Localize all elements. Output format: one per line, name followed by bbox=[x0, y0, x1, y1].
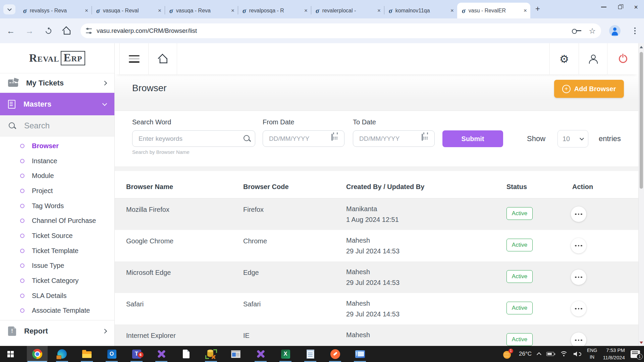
weather-widget[interactable]: 1 bbox=[503, 350, 513, 359]
tab-close-icon[interactable]: × bbox=[450, 8, 454, 13]
row-actions-button[interactable] bbox=[571, 238, 586, 253]
calendar-icon[interactable] bbox=[331, 134, 333, 140]
temperature-label[interactable]: 26°C bbox=[519, 351, 532, 357]
sidebar-item-issue-type[interactable]: Issue Type bbox=[0, 258, 114, 274]
bookmark-star-icon[interactable]: ☆ bbox=[589, 27, 596, 35]
cell-created-date: 29 Jul 2024 14:53 bbox=[346, 310, 399, 318]
taskbar-desktop-app[interactable] bbox=[225, 346, 246, 362]
scroll-up-arrow-icon[interactable] bbox=[640, 46, 643, 48]
hidden-icons-chevron[interactable] bbox=[537, 352, 541, 357]
status-badge[interactable]: Active bbox=[506, 333, 533, 346]
screen: σ revalsys - Reva × σ vasuqa - Reval × σ… bbox=[0, 0, 644, 362]
new-tab-button[interactable]: + bbox=[535, 5, 540, 13]
page-size-select[interactable]: 10 bbox=[557, 130, 588, 147]
reload-button[interactable] bbox=[42, 26, 54, 36]
calendar-icon[interactable] bbox=[422, 134, 423, 140]
back-button[interactable]: ← bbox=[5, 26, 17, 36]
url-text[interactable]: vasu.revalerp.com/CRM/Browser/list bbox=[97, 27, 197, 35]
notification-center-icon[interactable]: 1 bbox=[631, 350, 640, 358]
sidebar-item-masters[interactable]: Masters bbox=[0, 93, 114, 115]
site-info-icon[interactable] bbox=[86, 28, 92, 33]
taskbar-notepad[interactable] bbox=[300, 346, 321, 362]
page-scrollbar[interactable] bbox=[638, 43, 644, 346]
wifi-icon[interactable] bbox=[560, 351, 568, 357]
tab-close-icon[interactable]: × bbox=[85, 8, 88, 13]
sidebar-item-sla-details[interactable]: SLA Details bbox=[0, 288, 114, 303]
tab-close-icon[interactable]: × bbox=[304, 8, 308, 13]
password-key-icon[interactable] bbox=[572, 28, 582, 34]
browser-tab[interactable]: σ revalerplocal - × bbox=[311, 3, 384, 18]
sidebar-item-browser[interactable]: Browser bbox=[0, 138, 114, 154]
tab-close-icon[interactable]: × bbox=[158, 8, 161, 13]
settings-button[interactable]: ⚙ bbox=[549, 43, 579, 74]
logout-button[interactable] bbox=[607, 43, 638, 74]
taskbar-teams[interactable]: T6 bbox=[126, 346, 147, 362]
status-badge[interactable]: Active bbox=[506, 239, 533, 251]
tab-close-icon[interactable]: × bbox=[524, 8, 527, 13]
row-actions-button[interactable] bbox=[571, 206, 586, 222]
browser-menu-icon[interactable] bbox=[634, 26, 636, 36]
scroll-down-arrow-icon[interactable] bbox=[640, 342, 643, 344]
taskbar-edge[interactable] bbox=[52, 346, 72, 362]
sidebar-item-instance[interactable]: Instance bbox=[0, 154, 114, 169]
sidebar-item-module[interactable]: Module bbox=[0, 168, 114, 183]
home-button[interactable] bbox=[60, 26, 72, 36]
taskbar-chrome[interactable] bbox=[27, 346, 48, 362]
sidebar-item-project[interactable]: Project bbox=[0, 183, 114, 198]
taskbar-document-app[interactable] bbox=[176, 346, 197, 362]
clock[interactable]: 7:53 PM 11/8/2024 bbox=[603, 347, 625, 361]
forward-button[interactable]: → bbox=[23, 26, 36, 36]
sidebar-item-associate-template[interactable]: Associate Template bbox=[0, 303, 114, 318]
browser-tab[interactable]: σ vasuqa - Reval × bbox=[92, 3, 165, 18]
filter-panel: Search Word Search by Browser Name From … bbox=[115, 111, 638, 167]
tab-close-icon[interactable]: × bbox=[377, 8, 381, 13]
volume-icon[interactable] bbox=[574, 352, 581, 357]
sidebar-item-report[interactable]: ! Report bbox=[0, 320, 114, 342]
sidebar-item-my-tickets[interactable]: My Tickets bbox=[0, 73, 114, 93]
status-badge[interactable]: Active bbox=[506, 207, 533, 220]
row-actions-button[interactable] bbox=[571, 333, 586, 346]
menu-toggle-button[interactable] bbox=[119, 43, 148, 74]
browser-tab[interactable]: σ komalnov11qa × bbox=[384, 3, 457, 18]
taskbar-ssms[interactable] bbox=[201, 346, 221, 362]
taskbar-visual-studio-2[interactable] bbox=[250, 346, 271, 362]
minimize-icon bbox=[601, 7, 606, 7]
profile-button[interactable] bbox=[579, 43, 607, 74]
browser-tab[interactable]: σ revalsys - Reva × bbox=[18, 3, 92, 18]
sidebar-search[interactable]: Search bbox=[0, 115, 114, 136]
browser-tab[interactable]: σ revalposqa - R × bbox=[238, 3, 311, 18]
cell-browser-name: Microsoft Edge bbox=[126, 269, 171, 277]
sidebar-item-ticket-source[interactable]: Ticket Source bbox=[0, 228, 114, 243]
add-browser-button[interactable]: + Add Browser bbox=[554, 80, 624, 98]
tab-close-icon[interactable]: × bbox=[231, 8, 234, 13]
close-button[interactable]: × bbox=[628, 0, 644, 14]
browser-tab[interactable]: σ vasuqa - Reva × bbox=[165, 3, 238, 18]
taskbar-postman[interactable] bbox=[325, 346, 345, 362]
sidebar-item-ticket-category[interactable]: Ticket Category bbox=[0, 273, 114, 288]
battery-icon[interactable] bbox=[546, 352, 554, 356]
taskbar-outlook[interactable]: O bbox=[101, 346, 122, 362]
status-badge[interactable]: Active bbox=[506, 270, 533, 283]
restore-button[interactable] bbox=[612, 0, 628, 14]
tab-search-button[interactable] bbox=[3, 4, 15, 14]
address-bar[interactable]: vasu.revalerp.com/CRM/Browser/list ☆ bbox=[80, 23, 601, 38]
profile-avatar[interactable] bbox=[609, 25, 621, 37]
browser-tab-active[interactable]: σ vasu - RevalER × bbox=[457, 3, 530, 18]
sidebar-item-ticket-template[interactable]: Ticket Template bbox=[0, 243, 114, 258]
taskbar-excel[interactable]: X bbox=[275, 346, 296, 362]
status-badge[interactable]: Active bbox=[506, 302, 533, 314]
taskbar-virtual-machine[interactable] bbox=[350, 346, 370, 362]
taskbar-file-explorer[interactable] bbox=[76, 346, 97, 362]
minimize-button[interactable] bbox=[596, 0, 612, 14]
submit-button[interactable]: Submit bbox=[442, 130, 503, 147]
row-actions-button[interactable] bbox=[571, 301, 586, 316]
app-home-button[interactable] bbox=[148, 43, 177, 74]
language-indicator[interactable]: ENG IN bbox=[587, 347, 597, 360]
scrollbar-thumb[interactable] bbox=[640, 52, 643, 189]
taskbar-visual-studio[interactable] bbox=[151, 346, 172, 362]
search-input[interactable] bbox=[132, 130, 255, 147]
start-button[interactable] bbox=[3, 346, 18, 362]
sidebar-item-channel-of-purchase[interactable]: Channel Of Purchase bbox=[0, 213, 114, 228]
sidebar-item-tag-words[interactable]: Tag Words bbox=[0, 198, 114, 214]
row-actions-button[interactable] bbox=[571, 269, 586, 285]
